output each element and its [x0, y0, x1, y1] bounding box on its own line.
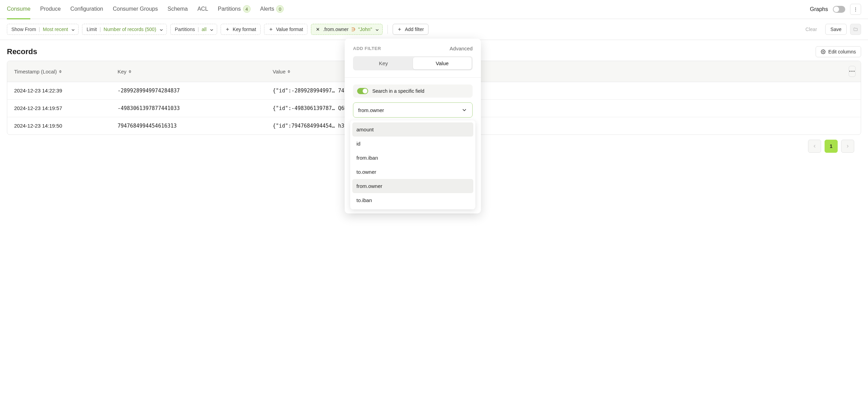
- chip-value: Number of records (500): [104, 27, 157, 32]
- chevron-right-icon: [845, 144, 850, 149]
- show-from-chip[interactable]: Show From | Most recent: [7, 24, 79, 35]
- filter-bar: Show From | Most recent Limit | Number o…: [0, 19, 868, 40]
- search-field-label: Search in a specific field: [372, 88, 424, 94]
- plus-icon: [269, 27, 273, 32]
- popover-title: ADD FILTER: [353, 46, 381, 51]
- chip-label: Key format: [233, 27, 256, 32]
- tab-label: Configuration: [70, 6, 103, 12]
- chip-value: all: [202, 27, 206, 32]
- filter-value: "John": [358, 27, 372, 32]
- filter-path: .from.owner: [323, 27, 349, 32]
- tabs-list: Consume Produce Configuration Consumer G…: [7, 0, 810, 19]
- page-1-button[interactable]: 1: [825, 140, 838, 153]
- chip-label: Value format: [276, 27, 303, 32]
- tab-label: Produce: [40, 6, 61, 12]
- tab-label: ACL: [198, 6, 208, 12]
- chip-value: Most recent: [43, 27, 68, 32]
- separator: [345, 77, 481, 78]
- tab-label: Partitions: [218, 6, 241, 12]
- tabs-bar: Consume Produce Configuration Consumer G…: [0, 0, 868, 19]
- tab-acl[interactable]: ACL: [198, 0, 208, 19]
- sort-icon: [59, 70, 62, 73]
- value-format-chip[interactable]: Value format: [264, 24, 307, 35]
- separator: |: [198, 27, 199, 32]
- active-filter-chip[interactable]: .from.owner ∋ "John": [311, 24, 383, 35]
- tabs-right: Graphs ⋮: [810, 4, 861, 15]
- table-menu-button[interactable]: ···: [849, 66, 856, 77]
- more-menu-button[interactable]: ⋮: [850, 4, 861, 15]
- filter-operator: ∋: [351, 27, 355, 32]
- chip-label: Limit: [87, 27, 97, 32]
- plus-icon: [397, 27, 402, 32]
- search-field-toggle[interactable]: [357, 88, 368, 94]
- chevron-left-icon: [812, 144, 817, 149]
- cell-timestamp: 2024-12-23 14:22:39: [7, 82, 111, 99]
- segment-key[interactable]: Key: [354, 57, 413, 69]
- key-format-chip[interactable]: Key format: [221, 24, 261, 35]
- separator: |: [39, 27, 40, 32]
- chevron-down-icon: [461, 107, 467, 113]
- popover-header: ADD FILTER Advanced: [345, 39, 481, 56]
- graphs-toggle[interactable]: [833, 6, 845, 13]
- next-page-button[interactable]: [841, 140, 854, 153]
- dots-icon: ···: [849, 68, 855, 75]
- cell-timestamp: 2024-12-23 14:19:50: [7, 117, 111, 134]
- tab-alerts[interactable]: Alerts 0: [260, 0, 284, 19]
- tab-consume[interactable]: Consume: [7, 0, 30, 19]
- prev-page-button[interactable]: [808, 140, 821, 153]
- cell-empty: [844, 117, 861, 134]
- tab-consumer-groups[interactable]: Consumer Groups: [113, 0, 158, 19]
- chevron-down-icon: [375, 28, 378, 31]
- partitions-chip[interactable]: Partitions | all: [170, 24, 217, 35]
- button-label: Save: [830, 27, 841, 32]
- sort-icon: [287, 70, 290, 73]
- partitions-badge: 4: [243, 5, 251, 13]
- column-label: Timestamp (Local): [14, 69, 57, 74]
- folder-button[interactable]: [850, 24, 861, 35]
- tab-produce[interactable]: Produce: [40, 0, 61, 19]
- clear-button[interactable]: Clear: [801, 24, 822, 34]
- tab-label: Schema: [168, 6, 188, 12]
- add-filter-popover: ADD FILTER Advanced Key Value Search in …: [345, 39, 481, 164]
- tab-configuration[interactable]: Configuration: [70, 0, 103, 19]
- button-label: Clear: [806, 27, 817, 32]
- select-value: from.owner: [358, 107, 384, 113]
- close-icon[interactable]: [315, 27, 320, 32]
- chip-label: Partitions: [175, 27, 195, 32]
- edit-columns-button[interactable]: Edit columns: [816, 46, 861, 57]
- alerts-badge: 0: [276, 5, 284, 13]
- sort-icon: [129, 70, 131, 73]
- filter-bar-right: Clear Save: [801, 24, 861, 35]
- gear-icon: [821, 49, 826, 54]
- dropdown-option-id[interactable]: id: [352, 137, 473, 151]
- cell-timestamp: 2024-12-23 14:19:57: [7, 100, 111, 117]
- key-value-segment: Key Value: [353, 56, 473, 70]
- field-dropdown: amount id from.iban to.owner from.owner …: [350, 120, 475, 164]
- column-key[interactable]: Key: [111, 61, 266, 82]
- divider: [387, 25, 388, 34]
- field-select[interactable]: from.owner: [353, 102, 473, 118]
- add-filter-button[interactable]: Add filter: [393, 24, 428, 35]
- cell-empty: [844, 82, 861, 99]
- column-menu: ···: [844, 61, 861, 82]
- button-label: Add filter: [405, 27, 424, 32]
- dropdown-option-from-iban[interactable]: from.iban: [352, 151, 473, 164]
- cell-key: -2899289949974284837: [111, 82, 266, 99]
- search-field-row: Search in a specific field: [353, 84, 473, 98]
- column-label: Value: [273, 69, 285, 74]
- chip-label: Show From: [11, 27, 36, 32]
- separator: |: [100, 27, 101, 32]
- cell-key: -4983061397877441033: [111, 100, 266, 117]
- limit-chip[interactable]: Limit | Number of records (500): [82, 24, 167, 35]
- advanced-link[interactable]: Advanced: [450, 46, 473, 51]
- svg-point-8: [822, 51, 824, 52]
- tab-partitions[interactable]: Partitions 4: [218, 0, 251, 19]
- save-button[interactable]: Save: [825, 24, 847, 35]
- button-label: Edit columns: [828, 49, 856, 54]
- cell-key: 7947684994454616313: [111, 117, 266, 134]
- dropdown-option-amount[interactable]: amount: [352, 122, 473, 137]
- segment-value[interactable]: Value: [413, 57, 472, 69]
- tab-schema[interactable]: Schema: [168, 0, 188, 19]
- column-timestamp[interactable]: Timestamp (Local): [7, 61, 111, 82]
- graphs-label: Graphs: [810, 6, 828, 12]
